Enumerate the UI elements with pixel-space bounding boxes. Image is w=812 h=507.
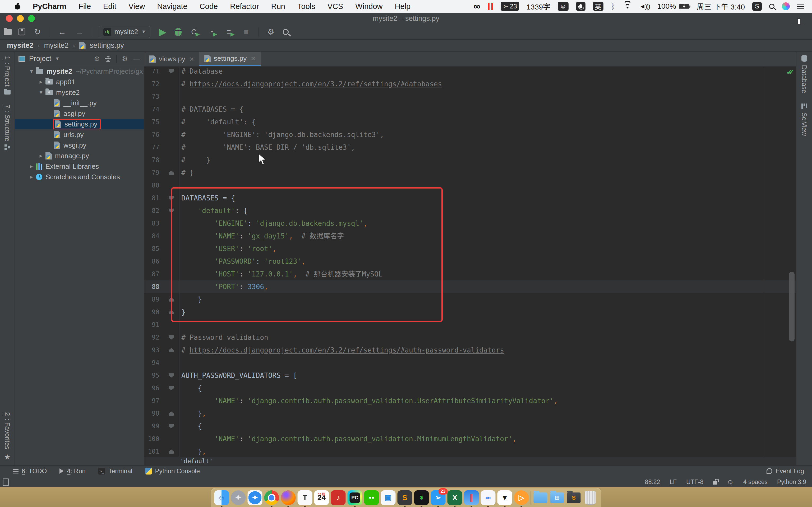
code-line-100[interactable]: 100 'NAME': 'django.contrib.auth.passwor… [144, 433, 796, 445]
code-line-93[interactable]: 93# https://docs.djangoproject.com/en/3.… [144, 344, 796, 356]
code-line-96[interactable]: 96 { [144, 382, 796, 395]
chevron-down-icon[interactable]: ▼ [55, 56, 60, 61]
debug-button[interactable] [175, 28, 182, 36]
menu-edit[interactable]: Edit [103, 2, 116, 11]
search-everywhere-icon[interactable] [283, 29, 289, 35]
dock-tie-app[interactable]: ▼ [498, 490, 512, 505]
menu-pycharm[interactable]: PyCharm [33, 2, 66, 11]
tree-item-wsgi-py[interactable]: wsgi.py [15, 140, 144, 151]
tree-item-manage-py[interactable]: ▸manage.py [15, 151, 144, 161]
tool-stripe-project[interactable]: 1: Project [0, 56, 14, 95]
save-all-button[interactable] [18, 29, 26, 36]
dock-scripts-folder[interactable]: S [566, 490, 581, 505]
dock-netease-music[interactable]: ♪ [331, 490, 346, 505]
run-configuration-select[interactable]: dj mysite2 ▼ [99, 26, 150, 38]
tool-window-switcher-icon[interactable] [3, 478, 9, 486]
tree-item-settings-py[interactable]: settings.py [15, 119, 144, 129]
chevron-right-icon[interactable]: ▸ [37, 78, 45, 85]
python-interpreter[interactable]: Python 3.9 [777, 478, 806, 486]
editor-scope-breadcrumb[interactable]: 'default' [144, 457, 796, 465]
panel-settings-gear-icon[interactable]: ⚙ [122, 55, 128, 63]
dock-calendar[interactable]: 2411月 [314, 490, 329, 505]
chevron-right-icon[interactable]: ▸ [37, 152, 45, 159]
menu-tools[interactable]: Tools [297, 2, 315, 11]
indent-setting[interactable]: 4 spaces [743, 478, 768, 486]
dock-pycharm[interactable]: PC [348, 490, 362, 505]
tree-item-external-libraries[interactable]: ▸External Libraries [15, 161, 144, 172]
tree-item-asgi-py[interactable]: asgi.py [15, 108, 144, 119]
collapse-all-button[interactable] [105, 56, 111, 62]
tool-window-button-terminal[interactable]: >_Terminal [98, 467, 133, 475]
forward-button[interactable]: → [74, 27, 85, 37]
code-line-75[interactable]: 75# 'default': { [144, 116, 796, 128]
code-line-76[interactable]: 76# 'ENGINE': 'django.db.backends.sqlite… [144, 128, 796, 141]
fold-end-icon[interactable] [169, 449, 174, 454]
dock-safari[interactable]: ✦ [248, 490, 262, 505]
tree-item-mysite2[interactable]: ▾mysite2~/PycharmProjects/gx [15, 66, 144, 76]
tool-window-button--run[interactable]: 4: Run [59, 467, 86, 475]
breadcrumb-item[interactable]: mysite2 [7, 42, 34, 50]
dock-sublime-text[interactable]: S [398, 490, 412, 505]
menu-refactor[interactable]: Refactor [230, 2, 259, 11]
file-encoding[interactable]: UTF-8 [686, 478, 703, 486]
dock-chrome[interactable] [264, 490, 279, 505]
breadcrumb-item[interactable]: mysite2 [44, 42, 69, 50]
stop-button[interactable]: ■ [241, 27, 251, 37]
settings-wrench-icon[interactable]: ⚙ [265, 27, 276, 37]
fold-start-icon[interactable] [169, 335, 174, 340]
code-line-92[interactable]: 92# Password validation [144, 331, 796, 344]
close-tab-icon[interactable]: × [251, 54, 255, 63]
tree-item-app01[interactable]: ▸app01 [15, 76, 144, 87]
profiler-button[interactable]: ◔▶ [206, 28, 216, 36]
dock-firefox[interactable] [281, 490, 296, 505]
fold-start-icon[interactable] [169, 424, 174, 428]
code-line-97[interactable]: 97 'NAME': 'django.contrib.auth.password… [144, 395, 796, 407]
spotlight-search-icon[interactable] [769, 4, 774, 9]
line-separator[interactable]: LF [669, 478, 677, 486]
menu-window[interactable]: Window [355, 2, 383, 11]
volume-icon[interactable]: ◄))) [640, 3, 650, 10]
code-line-98[interactable]: 98 }, [144, 407, 796, 420]
inspections-ok-icon[interactable]: ✔✔ [786, 68, 789, 76]
battery-indicator[interactable]: 100% [657, 2, 689, 11]
dock-downloads-folder[interactable] [533, 490, 548, 505]
tool-stripe-database[interactable]: Database [797, 55, 812, 93]
code-line-78[interactable]: 78# } [144, 154, 796, 166]
tool-stripe-sciview[interactable]: SciView [797, 104, 812, 136]
editor-scrollbar[interactable] [789, 272, 795, 341]
input-language-badge[interactable]: 英 [593, 2, 603, 11]
locate-file-button[interactable]: ⊕ [94, 55, 100, 63]
menu-file[interactable]: File [79, 2, 91, 11]
chevron-right-icon[interactable]: ▸ [27, 173, 36, 180]
chevron-right-icon[interactable]: ▸ [27, 163, 36, 170]
dock-dingtalk[interactable]: ➢23 [431, 490, 446, 505]
code-line-99[interactable]: 99 { [144, 420, 796, 433]
project-panel-title[interactable]: Project [29, 55, 51, 63]
close-tab-icon[interactable]: × [190, 55, 194, 63]
open-file-button[interactable] [4, 29, 12, 35]
tree-item-mysite2[interactable]: ▾mysite2 [15, 87, 144, 98]
tool-stripe-structure[interactable]: 7: Structure [0, 105, 14, 150]
dock-terminal[interactable]: $ [414, 490, 429, 505]
code-line-95[interactable]: 95AUTH_PASSWORD_VALIDATORS = [ [144, 369, 796, 382]
dock-typora[interactable]: T [298, 490, 312, 505]
dock-windows-folder[interactable]: ⊞ [550, 490, 565, 505]
breadcrumb-item[interactable]: settings.py [90, 42, 124, 50]
dock-keynote[interactable]: ▣ [381, 490, 396, 505]
notification-center-icon[interactable] [797, 4, 804, 4]
menu-navigate[interactable]: Navigate [157, 2, 187, 11]
tree-item--init-py[interactable]: __init__.py [15, 98, 144, 108]
pause-bars-icon[interactable] [488, 3, 493, 10]
tool-stripe-favorites[interactable]: 2: Favorites ★ [0, 412, 14, 461]
linked-circles-icon[interactable]: ∞ [474, 2, 480, 10]
menu-vcs[interactable]: VCS [327, 2, 343, 11]
code-line-77[interactable]: 77# 'NAME': BASE_DIR / 'db.sqlite3', [144, 141, 796, 154]
tree-item-scratches-and-consoles[interactable]: ▸Scratches and Consoles [15, 172, 144, 182]
code-line-72[interactable]: 72# https://docs.djangoproject.com/en/3.… [144, 78, 796, 90]
tool-window-button--todo[interactable]: 6: TODO [13, 467, 47, 475]
dock-circles-app[interactable]: ∞ [481, 490, 496, 505]
synchronize-button[interactable]: ↻ [32, 27, 43, 37]
dock-tv-app[interactable]: ▷ [514, 490, 529, 505]
tab-settings-py[interactable]: settings.py× [199, 52, 261, 66]
code-line-79[interactable]: 79# } [144, 166, 796, 179]
